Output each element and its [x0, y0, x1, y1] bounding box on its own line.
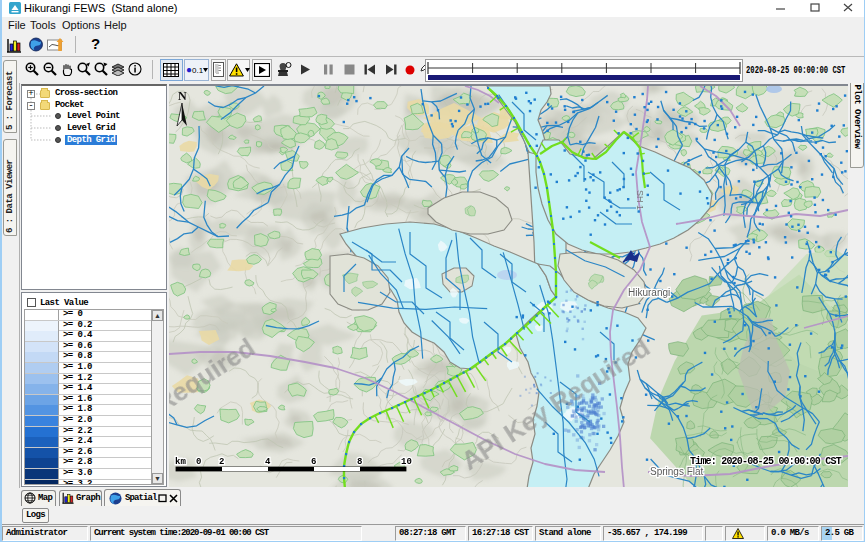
svg-text:Hikurangi: Hikurangi	[628, 287, 670, 298]
svg-text:0: 0	[196, 457, 201, 467]
svg-text:Springs Flat: Springs Flat	[650, 466, 704, 477]
svg-text:2: 2	[219, 457, 224, 467]
svg-text:4: 4	[265, 457, 271, 467]
svg-text:10: 10	[401, 457, 412, 467]
svg-text:N: N	[178, 89, 187, 103]
svg-text:6: 6	[311, 457, 316, 467]
svg-text:SH 1: SH 1	[635, 190, 645, 210]
svg-text:km: km	[175, 457, 186, 467]
svg-text:Time: 2020-08-25 00:00:00 CST: Time: 2020-08-25 00:00:00 CST	[690, 456, 842, 467]
svg-text:8: 8	[357, 457, 362, 467]
